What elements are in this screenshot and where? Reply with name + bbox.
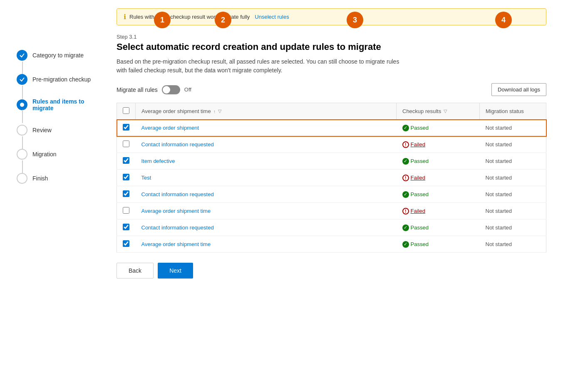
- row-7-checkbox[interactable]: [123, 240, 129, 247]
- check-circle-icon-2: ✓: [402, 158, 409, 165]
- sidebar: Category to migrate Pre-migration checku…: [0, 0, 108, 392]
- row-4-checkbox-cell: [117, 186, 136, 203]
- step-icon-inactive-finish: [17, 173, 27, 184]
- main-content: ℹ Rules with failed checkup result won't…: [108, 0, 563, 392]
- row-7-name-cell: Average order shipment time: [136, 236, 397, 253]
- failed-link-1[interactable]: Failed: [411, 141, 425, 148]
- table-row: Item defective✓ PassedNot started: [117, 153, 546, 170]
- row-5-checkup-cell: ! Failed: [397, 203, 480, 219]
- table-header-row: Average order shipment time ↑ ▽ Checkup …: [117, 103, 546, 120]
- sort-asc-icon[interactable]: ↑: [213, 109, 216, 114]
- info-icon: ℹ: [124, 13, 126, 21]
- th-checkup-label: Checkup results: [402, 108, 441, 114]
- row-6-name[interactable]: Contact information requested: [141, 224, 214, 231]
- row-4-name[interactable]: Contact information requested: [141, 191, 214, 197]
- step-icon-completed-2: [17, 74, 27, 85]
- row-6-checkbox[interactable]: [123, 224, 129, 230]
- warning-text: Rules with failed checkup result won't m…: [129, 14, 250, 20]
- sidebar-item-migration[interactable]: Migration: [17, 149, 100, 160]
- row-3-checkbox-cell: [117, 170, 136, 186]
- row-6-name-cell: Contact information requested: [136, 219, 397, 236]
- row-3-status: Not started: [486, 175, 512, 181]
- checkup-passed-2: ✓ Passed: [402, 158, 474, 165]
- table-row: Contact information requested✓ PassedNot…: [117, 186, 546, 203]
- sidebar-label-premigration: Pre-migration checkup: [32, 76, 91, 83]
- row-1-checkbox[interactable]: [123, 141, 129, 147]
- row-5-status-cell: Not started: [480, 203, 546, 219]
- row-2-checkbox-cell: [117, 153, 136, 170]
- check-circle-icon-6: ✓: [402, 224, 409, 231]
- row-5-checkbox[interactable]: [123, 207, 129, 214]
- row-6-checkup-cell: ✓ Passed: [397, 219, 480, 236]
- row-1-status: Not started: [486, 141, 512, 148]
- row-2-checkbox[interactable]: [123, 157, 129, 164]
- th-checkbox: [117, 103, 136, 120]
- toggle-knob: [163, 86, 170, 94]
- row-0-checkbox[interactable]: [123, 124, 129, 131]
- download-all-logs-button[interactable]: Download all logs: [491, 83, 546, 96]
- row-3-checkup-cell: ! Failed: [397, 170, 480, 186]
- row-4-checkbox[interactable]: [123, 190, 129, 197]
- row-0-name-cell: Average order shipment: [136, 120, 397, 136]
- row-6-checkbox-cell: [117, 219, 136, 236]
- row-5-name[interactable]: Average order shipment time: [141, 208, 211, 214]
- row-7-status: Not started: [486, 241, 512, 247]
- row-5-checkbox-cell: [117, 203, 136, 219]
- checkup-passed-7: ✓ Passed: [402, 241, 474, 248]
- th-checkup: Checkup results ▽: [397, 103, 480, 120]
- table-row: Contact information requested✓ PassedNot…: [117, 219, 546, 236]
- failed-link-5[interactable]: Failed: [411, 208, 425, 214]
- row-0-status-cell: Not started: [480, 120, 546, 136]
- row-1-checkbox-cell: [117, 136, 136, 153]
- step-description: Based on the pre-migration checkup resul…: [117, 57, 408, 75]
- check-circle-icon-7: ✓: [402, 241, 409, 248]
- sidebar-item-rules[interactable]: Rules and items to migrate: [17, 98, 100, 111]
- row-2-name[interactable]: Item defective: [141, 158, 175, 164]
- filter-checkup-icon[interactable]: ▽: [444, 108, 447, 114]
- sidebar-item-finish[interactable]: Finish: [17, 173, 100, 184]
- row-0-name[interactable]: Average order shipment: [141, 125, 199, 131]
- migrate-all-toggle[interactable]: [162, 85, 180, 94]
- sidebar-label-rules: Rules and items to migrate: [32, 98, 100, 111]
- sidebar-item-category[interactable]: Category to migrate: [17, 50, 100, 61]
- page: 1 2 3 4 Category to migrate Pre-migratio…: [0, 0, 563, 392]
- row-7-checkbox-cell: [117, 236, 136, 253]
- row-5-status: Not started: [486, 208, 512, 214]
- sidebar-label-review: Review: [32, 127, 52, 133]
- row-1-name[interactable]: Contact information requested: [141, 141, 214, 148]
- row-2-name-cell: Item defective: [136, 153, 397, 170]
- unselect-rules-link[interactable]: Unselect rules: [255, 14, 289, 20]
- row-0-checkbox-cell: [117, 120, 136, 136]
- failed-link-3[interactable]: Failed: [411, 175, 425, 181]
- filter-name-icon[interactable]: ▽: [218, 108, 221, 114]
- sidebar-item-premigration[interactable]: Pre-migration checkup: [17, 74, 100, 85]
- row-4-name-cell: Contact information requested: [136, 186, 397, 203]
- back-button[interactable]: Back: [117, 263, 154, 279]
- sidebar-item-review[interactable]: Review: [17, 125, 100, 136]
- th-name: Average order shipment time ↑ ▽: [136, 103, 397, 120]
- toolbar-row: Migrate all rules Off Download all logs: [117, 83, 546, 96]
- select-all-checkbox[interactable]: [123, 107, 129, 114]
- table-row: Average order shipment✓ PassedNot starte…: [117, 120, 546, 136]
- next-button[interactable]: Next: [158, 263, 193, 279]
- row-3-checkbox[interactable]: [123, 174, 129, 180]
- checkup-passed-0: ✓ Passed: [402, 125, 474, 131]
- row-6-status-cell: Not started: [480, 219, 546, 236]
- step-icon-inactive-migration: [17, 149, 27, 160]
- th-name-label: Average order shipment time: [141, 108, 211, 114]
- warning-circle-icon-1: !: [402, 141, 409, 148]
- row-2-status: Not started: [486, 158, 512, 164]
- row-4-status-cell: Not started: [480, 186, 546, 203]
- warning-circle-icon-5: !: [402, 208, 409, 214]
- row-7-name[interactable]: Average order shipment time: [141, 241, 211, 247]
- step-icon-active: [17, 99, 27, 110]
- footer-buttons: Back Next: [117, 263, 546, 279]
- row-4-status: Not started: [486, 191, 512, 197]
- row-3-name[interactable]: Test: [141, 175, 151, 181]
- callout-3: 3: [347, 12, 363, 28]
- row-1-status-cell: Not started: [480, 136, 546, 153]
- row-3-name-cell: Test: [136, 170, 397, 186]
- warning-banner: ℹ Rules with failed checkup result won't…: [117, 8, 546, 25]
- row-6-status: Not started: [486, 224, 512, 231]
- row-0-checkup-cell: ✓ Passed: [397, 120, 480, 136]
